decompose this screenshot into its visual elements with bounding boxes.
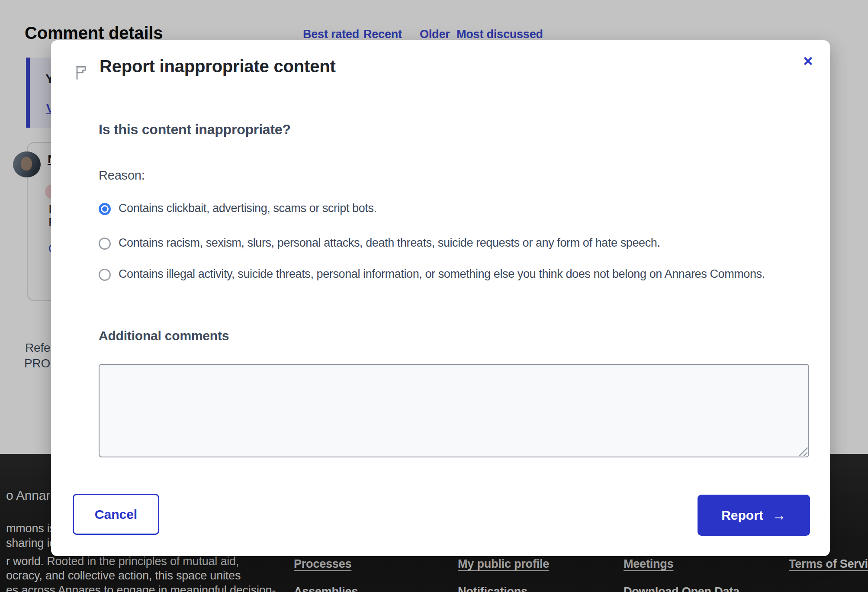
reason-option-label: Contains clickbait, advertising, scams o…	[119, 202, 377, 215]
reason-option-hate-speech[interactable]: Contains racism, sexism, slurs, personal…	[99, 234, 834, 251]
reason-option-clickbait[interactable]: Contains clickbait, advertising, scams o…	[99, 199, 834, 217]
report-button-label: Report	[721, 508, 763, 523]
report-modal: Report inappropriate content ✕ Is this c…	[51, 40, 830, 556]
arrow-right-icon: →	[772, 507, 786, 524]
flag-icon	[73, 64, 90, 81]
reason-option-label: Contains racism, sexism, slurs, personal…	[119, 236, 660, 249]
additional-comments-textarea[interactable]	[99, 364, 809, 457]
cancel-button[interactable]: Cancel	[73, 494, 159, 535]
report-button[interactable]: Report →	[698, 495, 810, 536]
reason-label: Reason:	[99, 168, 145, 183]
radio-icon[interactable]	[99, 238, 111, 250]
modal-question: Is this content inappropriate?	[99, 122, 291, 138]
additional-comments-label: Additional comments	[99, 328, 229, 343]
radio-icon[interactable]	[99, 269, 111, 281]
screen: Comment details Best rated Recent Older …	[0, 0, 868, 592]
radio-selected-icon[interactable]	[99, 203, 111, 215]
reason-option-label: Contains illegal activity, suicide threa…	[119, 267, 765, 280]
close-icon[interactable]: ✕	[800, 52, 816, 71]
modal-title: Report inappropriate content	[100, 57, 336, 76]
additional-comments-field	[99, 364, 809, 457]
reason-option-illegal[interactable]: Contains illegal activity, suicide threa…	[99, 265, 834, 283]
